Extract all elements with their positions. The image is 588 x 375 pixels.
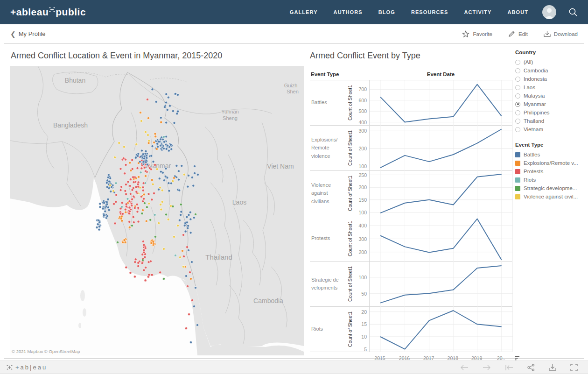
event-dot[interactable] xyxy=(108,180,111,183)
event-dot[interactable] xyxy=(196,173,199,176)
undo-icon[interactable] xyxy=(460,364,469,371)
reset-icon[interactable] xyxy=(505,364,513,371)
event-dot[interactable] xyxy=(134,258,137,261)
event-dot[interactable] xyxy=(132,176,134,178)
event-dot[interactable] xyxy=(161,201,163,203)
event-dot[interactable] xyxy=(146,98,148,100)
event-dot[interactable] xyxy=(183,224,186,226)
trend-line[interactable] xyxy=(380,266,502,303)
event-dot[interactable] xyxy=(119,189,122,191)
event-dot[interactable] xyxy=(155,100,157,103)
event-dot[interactable] xyxy=(137,183,139,185)
event-dot[interactable] xyxy=(98,226,101,228)
event-dot[interactable] xyxy=(142,189,144,191)
event-dot[interactable] xyxy=(193,216,195,219)
event-dot[interactable] xyxy=(133,181,135,184)
event-dot[interactable] xyxy=(143,249,145,251)
event-dot[interactable] xyxy=(119,168,122,170)
event-dot[interactable] xyxy=(140,156,142,158)
event-dot[interactable] xyxy=(125,266,127,269)
event-dot[interactable] xyxy=(140,120,142,122)
event-dot[interactable] xyxy=(163,179,165,182)
event-dot[interactable] xyxy=(168,149,170,152)
event-dot[interactable] xyxy=(129,184,131,187)
event-dot[interactable] xyxy=(105,182,108,184)
event-dot[interactable] xyxy=(103,214,105,216)
event-dot[interactable] xyxy=(141,262,143,264)
event-dot[interactable] xyxy=(96,226,98,228)
event-dot[interactable] xyxy=(136,211,139,213)
event-dot[interactable] xyxy=(137,262,140,264)
trend-line[interactable] xyxy=(380,311,502,349)
radio-icon[interactable] xyxy=(515,77,520,82)
event-dot[interactable] xyxy=(158,177,161,180)
event-dot[interactable] xyxy=(187,185,189,188)
event-dot[interactable] xyxy=(161,189,163,191)
event-dot[interactable] xyxy=(141,253,144,255)
event-dot[interactable] xyxy=(181,164,183,167)
event-dot[interactable] xyxy=(132,216,134,218)
event-dot[interactable] xyxy=(194,286,196,289)
event-dot[interactable] xyxy=(135,191,138,193)
event-dot[interactable] xyxy=(157,188,160,191)
row-plot-area[interactable] xyxy=(369,80,512,125)
event-dot[interactable] xyxy=(115,194,118,196)
event-dot[interactable] xyxy=(140,195,142,198)
event-dot[interactable] xyxy=(144,175,147,177)
event-dot[interactable] xyxy=(152,161,154,163)
event-dot[interactable] xyxy=(182,255,185,257)
event-dot[interactable] xyxy=(180,203,182,205)
legend-item-explosions-remote-v-[interactable]: Explosions/Remote v... xyxy=(515,159,586,167)
country-option-indonesia[interactable]: Indonesia xyxy=(515,75,586,83)
event-dot[interactable] xyxy=(174,254,176,256)
event-dot[interactable] xyxy=(143,157,145,160)
event-dot[interactable] xyxy=(165,148,168,150)
nav-item-activity[interactable]: ACTIVITY xyxy=(464,9,491,15)
event-dot[interactable] xyxy=(125,163,127,166)
redo-icon[interactable] xyxy=(483,364,491,371)
download-icon[interactable] xyxy=(549,364,556,371)
event-dot[interactable] xyxy=(125,203,127,205)
event-dot[interactable] xyxy=(174,92,176,95)
event-dot[interactable] xyxy=(133,276,136,278)
tableau-public-logo[interactable]: +ableau public xyxy=(10,7,86,18)
event-dot[interactable] xyxy=(169,143,172,146)
country-option-cambodia[interactable]: Cambodia xyxy=(515,66,586,75)
event-dot[interactable] xyxy=(168,190,170,192)
country-option-philippines[interactable]: Philippines xyxy=(515,108,586,117)
edit-button[interactable]: Edit xyxy=(508,30,528,37)
radio-icon[interactable] xyxy=(515,119,520,124)
event-dot[interactable] xyxy=(151,179,153,181)
event-dot[interactable] xyxy=(141,259,144,261)
event-dot[interactable] xyxy=(148,167,151,169)
event-dot[interactable] xyxy=(158,222,160,224)
country-option-myanmar[interactable]: Myanmar xyxy=(515,100,586,108)
event-dot[interactable] xyxy=(129,193,132,195)
nav-item-blog[interactable]: BLOG xyxy=(378,9,395,15)
legend-item-violence-against-civil-[interactable]: Violence against civil... xyxy=(515,192,586,201)
row-plot-area[interactable] xyxy=(369,307,512,352)
legend-item-strategic-developme-[interactable]: Strategic developme... xyxy=(515,184,586,192)
event-dot[interactable] xyxy=(106,215,108,217)
event-dot[interactable] xyxy=(98,228,100,231)
event-dot[interactable] xyxy=(160,121,162,123)
event-dot[interactable] xyxy=(134,156,137,159)
event-dot[interactable] xyxy=(164,106,166,108)
event-dot[interactable] xyxy=(143,193,145,196)
event-dot[interactable] xyxy=(149,219,152,221)
event-dot[interactable] xyxy=(142,186,144,189)
nav-item-resources[interactable]: RESOURCES xyxy=(411,9,448,15)
event-dot[interactable] xyxy=(167,218,169,220)
trend-line[interactable] xyxy=(380,174,502,213)
event-dot[interactable] xyxy=(102,207,104,210)
event-dot[interactable] xyxy=(165,101,167,104)
event-dot[interactable] xyxy=(162,248,165,250)
trend-line[interactable] xyxy=(380,85,502,122)
event-dot[interactable] xyxy=(131,159,133,161)
event-dot[interactable] xyxy=(148,202,150,205)
event-dot[interactable] xyxy=(103,202,105,204)
event-dot[interactable] xyxy=(106,186,108,188)
trend-line[interactable] xyxy=(380,219,502,260)
radio-icon[interactable] xyxy=(515,85,520,90)
radio-icon[interactable] xyxy=(515,110,520,115)
